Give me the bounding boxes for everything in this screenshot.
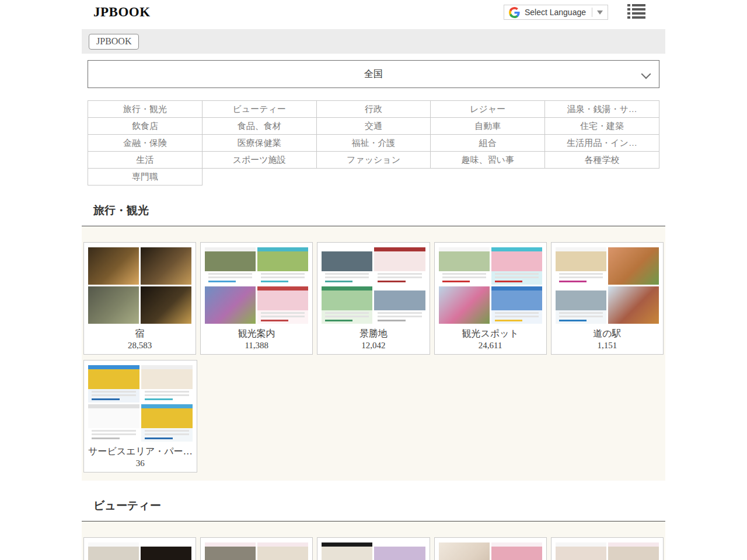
category-grid: 旅行・観光ビューティー行政レジャー温泉・銭湯・サ…飲食店食品、食材交通自動車住宅… (88, 100, 659, 186)
card-panel (82, 522, 665, 560)
category-card[interactable] (434, 537, 547, 560)
category-link-20[interactable]: 専門職 (88, 169, 203, 186)
translate-caret-icon (597, 10, 603, 15)
card-count: 28,583 (88, 340, 191, 351)
site-thumbnail (88, 404, 139, 442)
card-label: 宿 (88, 327, 191, 340)
google-logo-icon (509, 7, 520, 18)
category-link-7[interactable]: 交通 (317, 118, 431, 135)
category-card[interactable]: 景勝地12,042 (317, 242, 430, 355)
translate-label: Select Language (525, 8, 586, 17)
card-count: 1,151 (556, 340, 659, 351)
category-link-11[interactable]: 医療保健業 (203, 135, 317, 152)
category-card[interactable]: 宿28,583 (83, 242, 196, 355)
thumbnail-collage (322, 542, 425, 560)
card-label: 観光案内 (205, 327, 308, 340)
site-thumbnail (322, 286, 372, 324)
category-card[interactable]: 観光案内11,388 (200, 242, 313, 355)
site-thumbnail (491, 542, 542, 560)
category-link-15[interactable]: 生活 (88, 152, 203, 169)
site-thumbnail (322, 247, 372, 285)
site-thumbnail (205, 286, 256, 324)
site-thumbnail (141, 542, 191, 560)
category-link-13[interactable]: 組合 (431, 135, 545, 152)
site-thumbnail (491, 286, 542, 324)
site-thumbnail (88, 365, 139, 402)
category-card[interactable]: 道の駅1,151 (551, 242, 664, 355)
region-select-value: 全国 (364, 68, 383, 80)
site-thumbnail (141, 365, 193, 402)
card-label: 道の駅 (556, 327, 659, 340)
category-link-10[interactable]: 金融・保険 (88, 135, 203, 152)
breadcrumb: JPBOOK (82, 29, 665, 54)
section-0: 旅行・観光宿28,583観光案内11,388景勝地12,042観光スポット24,… (82, 203, 665, 481)
section-title: 旅行・観光 (82, 203, 665, 218)
thumbnail-collage (322, 247, 425, 324)
category-link-9[interactable]: 住宅・建築 (545, 118, 659, 135)
site-thumbnail (88, 247, 139, 285)
site-thumbnail (556, 542, 606, 560)
card-count: 12,042 (322, 340, 425, 351)
site-thumbnail (374, 286, 425, 324)
site-thumbnail (439, 247, 490, 285)
site-thumbnail (608, 247, 659, 285)
card-panel: 宿28,583観光案内11,388景勝地12,042観光スポット24,611道の… (82, 226, 665, 481)
thumbnail-collage (439, 247, 542, 324)
category-card[interactable] (83, 537, 196, 560)
thumbnail-collage (205, 542, 308, 560)
thumbnail-collage (556, 247, 659, 324)
category-link-3[interactable]: レジャー (431, 101, 545, 118)
category-link-6[interactable]: 食品、食材 (203, 118, 317, 135)
site-thumbnail (608, 286, 659, 324)
card-label: 景勝地 (322, 327, 425, 340)
site-title: JPBOOK (93, 5, 151, 20)
category-card[interactable] (200, 537, 313, 560)
category-card[interactable]: 観光スポット24,611 (434, 242, 547, 355)
category-card[interactable]: サービスエリア・パー…36 (83, 360, 197, 473)
category-card[interactable] (317, 537, 430, 560)
site-thumbnail (322, 542, 372, 560)
category-link-12[interactable]: 福祉・介護 (317, 135, 431, 152)
card-label: サービスエリア・パー… (88, 445, 193, 457)
category-link-19[interactable]: 各種学校 (545, 152, 659, 169)
site-thumbnail (257, 542, 308, 560)
category-link-18[interactable]: 趣味、習い事 (431, 152, 545, 169)
thumbnail-collage (556, 542, 659, 560)
sections-container: 旅行・観光宿28,583観光案内11,388景勝地12,042観光スポット24,… (82, 203, 665, 560)
site-thumbnail (439, 542, 490, 560)
chevron-down-icon (641, 69, 651, 79)
category-link-5[interactable]: 飲食店 (88, 118, 203, 135)
menu-list-icon[interactable] (627, 4, 645, 19)
page-content: JPBOOK Select Language JPBOOK (82, 0, 665, 560)
site-thumbnail (257, 247, 308, 285)
card-count: 36 (88, 457, 193, 469)
category-card[interactable] (551, 537, 664, 560)
thumbnail-collage (88, 365, 193, 442)
card-label: 観光スポット (439, 327, 542, 340)
site-thumbnail (141, 286, 191, 324)
category-link-0[interactable]: 旅行・観光 (88, 101, 203, 118)
thumbnail-collage (88, 247, 191, 324)
category-link-14[interactable]: 生活用品・イン… (545, 135, 659, 152)
site-thumbnail (374, 247, 425, 285)
category-link-1[interactable]: ビューティー (203, 101, 317, 118)
category-link-17[interactable]: ファッション (317, 152, 431, 169)
header: JPBOOK Select Language (82, 0, 665, 29)
breadcrumb-home-button[interactable]: JPBOOK (89, 34, 139, 50)
site-thumbnail (141, 247, 191, 285)
site-thumbnail (88, 542, 139, 560)
site-thumbnail (556, 286, 606, 324)
site-thumbnail (88, 286, 139, 324)
card-count: 11,388 (205, 340, 308, 351)
google-translate-widget[interactable]: Select Language (504, 5, 608, 20)
site-thumbnail (439, 286, 490, 324)
site-thumbnail (556, 247, 606, 285)
site-thumbnail (141, 404, 193, 442)
region-select[interactable]: 全国 (88, 60, 659, 88)
category-link-8[interactable]: 自動車 (431, 118, 545, 135)
translate-divider (592, 8, 592, 17)
section-title: ビューティー (82, 498, 665, 513)
category-link-4[interactable]: 温泉・銭湯・サ… (545, 101, 659, 118)
category-link-16[interactable]: スポーツ施設 (203, 152, 317, 169)
category-link-2[interactable]: 行政 (317, 101, 431, 118)
